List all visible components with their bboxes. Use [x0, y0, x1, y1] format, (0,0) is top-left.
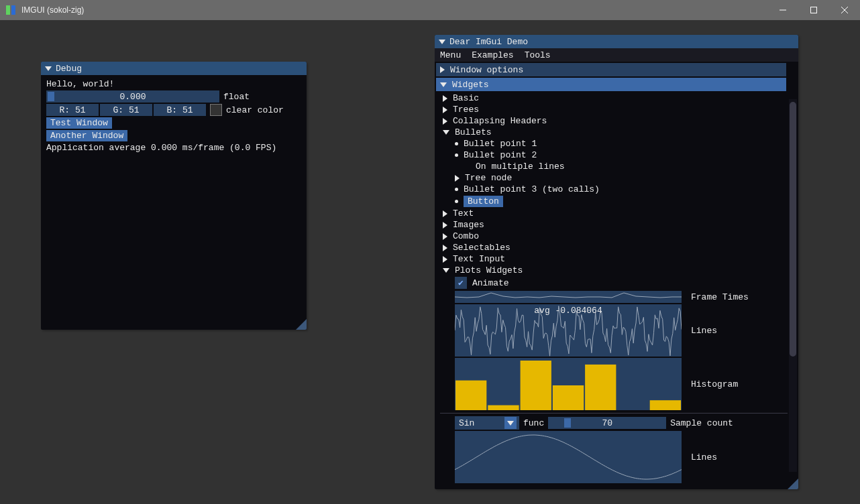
lines-label: Lines	[691, 326, 717, 336]
svg-rect-9	[553, 385, 584, 410]
bullet-text: Bullet point 1	[464, 139, 537, 149]
header-label: Window options	[450, 65, 523, 75]
bullet-text: On multiple lines	[476, 162, 565, 172]
func-label: func	[523, 418, 544, 428]
bullet-2-line2: On multiple lines	[440, 161, 788, 172]
func-combo[interactable]: Sin	[455, 416, 519, 430]
plot-sine[interactable]	[455, 431, 682, 483]
header-widgets[interactable]: Widgets	[436, 78, 786, 91]
tree-node-child[interactable]: Tree node	[440, 172, 788, 184]
bullet-icon	[455, 153, 458, 157]
chevron-down-icon	[504, 417, 517, 429]
another-window-button[interactable]: Another Window	[46, 130, 127, 141]
tree-label: Combo	[453, 231, 479, 241]
frame-times-label: Frame Times	[691, 292, 749, 302]
chevron-right-icon	[443, 107, 447, 113]
chevron-right-icon	[443, 256, 447, 263]
tree-label: Text	[453, 208, 474, 218]
debug-title: Debug	[56, 64, 82, 74]
chevron-right-icon	[443, 222, 447, 229]
clear-color-label: clear color	[226, 105, 284, 115]
tree-label: Basic	[453, 93, 479, 103]
histogram-label: Histogram	[691, 379, 738, 389]
tree-images[interactable]: Images	[440, 219, 788, 231]
minimize-button[interactable]	[767, 0, 798, 20]
tree-label: Collapsing Headers	[453, 116, 547, 126]
tree-selectables[interactable]: Selectables	[440, 242, 788, 253]
sample-value: 70	[548, 417, 666, 429]
svg-rect-1	[11, 5, 15, 15]
collapse-icon[interactable]	[45, 66, 52, 71]
close-button[interactable]	[829, 0, 860, 20]
color-edit[interactable]: R: 51 G: 51 B: 51	[46, 104, 206, 116]
chevron-right-icon	[440, 66, 445, 73]
tree-label: Images	[453, 220, 484, 230]
tree-trees[interactable]: Trees	[440, 104, 788, 115]
sample-label: Sample count	[670, 418, 733, 428]
color-g[interactable]: G: 51	[100, 104, 152, 116]
demo-titlebar[interactable]: Dear ImGui Demo	[435, 35, 798, 48]
animate-label: Animate	[472, 278, 509, 288]
tree-collapsing-headers[interactable]: Collapsing Headers	[440, 115, 788, 127]
bullet-button-btn[interactable]: Button	[464, 196, 503, 207]
bullet-2: Bullet point 2	[440, 149, 788, 161]
bullet-icon	[455, 142, 458, 145]
tree-text[interactable]: Text	[440, 208, 788, 219]
float-slider[interactable]: 0.000	[46, 90, 219, 103]
plot-lines[interactable]: avg -0.084064	[455, 304, 682, 357]
header-window-options[interactable]: Window options	[436, 63, 786, 76]
svg-rect-0	[6, 5, 10, 15]
svg-rect-12	[650, 400, 681, 410]
chevron-right-icon	[443, 245, 447, 251]
bullet-text: Bullet point 3 (two calls)	[464, 184, 600, 194]
svg-rect-10	[585, 365, 616, 410]
sample-slider[interactable]: 70	[548, 417, 666, 429]
tree-basic[interactable]: Basic	[440, 92, 788, 104]
hello-text: Hello, world!	[46, 79, 114, 89]
chevron-right-icon	[455, 175, 460, 182]
menu-bar: Menu Examples Tools	[435, 48, 798, 62]
maximize-button[interactable]	[798, 0, 829, 20]
chevron-down-icon	[443, 268, 449, 273]
menu-examples[interactable]: Examples	[472, 50, 513, 60]
header-label: Widgets	[452, 80, 489, 90]
animate-row: ✔ Animate	[440, 276, 788, 290]
resize-grip[interactable]	[296, 319, 307, 330]
stats-text: Application average 0.000 ms/frame (0.0 …	[46, 143, 276, 153]
scrollbar-thumb[interactable]	[790, 102, 796, 357]
svg-rect-6	[455, 381, 486, 410]
tree-text-input[interactable]: Text Input	[440, 253, 788, 265]
plot-histogram[interactable]	[455, 358, 682, 410]
lines2-label: Lines	[691, 452, 717, 462]
debug-window[interactable]: Debug Hello, world! 0.000 float R: 51 G:…	[41, 62, 307, 330]
plot-sine-svg	[455, 431, 682, 483]
app-icon	[5, 5, 16, 15]
menu-tools[interactable]: Tools	[525, 50, 551, 60]
plot-frame-times[interactable]	[455, 291, 682, 303]
os-title: IMGUI (sokol-zig)	[21, 5, 84, 15]
bullet-icon	[455, 188, 458, 191]
color-b[interactable]: B: 51	[154, 104, 206, 116]
vertical-scrollbar[interactable]	[789, 99, 797, 472]
float-label: float	[223, 92, 250, 102]
chevron-right-icon	[443, 233, 447, 240]
demo-window[interactable]: Dear ImGui Demo Menu Examples Tools Wind…	[435, 35, 798, 489]
color-swatch[interactable]	[210, 104, 222, 116]
svg-rect-7	[488, 405, 519, 410]
tree-plots-widgets[interactable]: Plots Widgets	[440, 265, 788, 276]
bullet-text: Bullet point 2	[464, 150, 537, 160]
color-r[interactable]: R: 51	[46, 104, 99, 116]
debug-titlebar[interactable]: Debug	[41, 62, 307, 75]
test-window-button[interactable]: Test Window	[46, 117, 112, 129]
animate-checkbox[interactable]: ✔	[455, 277, 467, 289]
tree-bullets[interactable]: Bullets	[440, 127, 788, 138]
os-titlebar: IMGUI (sokol-zig)	[0, 0, 860, 20]
collapse-icon[interactable]	[439, 40, 445, 44]
lines-overlay: avg -0.084064	[455, 306, 682, 316]
menu-menu[interactable]: Menu	[440, 50, 461, 60]
bullet-icon	[455, 200, 458, 203]
demo-title: Dear ImGui Demo	[449, 37, 528, 47]
chevron-right-icon	[443, 95, 447, 102]
resize-grip[interactable]	[788, 479, 798, 489]
tree-combo[interactable]: Combo	[440, 231, 788, 242]
